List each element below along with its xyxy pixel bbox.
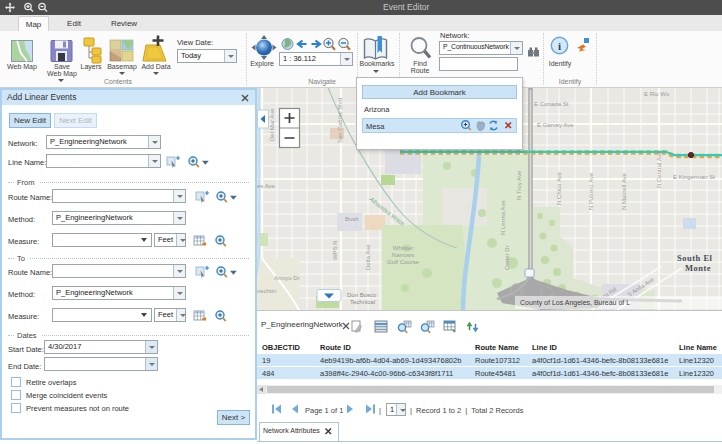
svg-text:Technical: Technical [350,299,375,305]
svg-text:Curter Dr: Curter Dr [504,245,510,270]
svg-text:N Chico Ave: N Chico Ave [556,171,562,205]
svg-text:nechtin: nechtin [257,288,276,294]
svg-text:Don Bosco: Don Bosco [347,292,377,298]
svg-text:Monte: Monte [685,263,711,273]
svg-text:County of Los Angeles, Bureau: County of Los Angeles, Bureau of L [520,299,630,307]
svg-text:N Potrero Ave: N Potrero Ave [588,172,594,210]
svg-text:E Kingerman St: E Kingerman St [673,174,715,180]
svg-text:N Marcell Ave: N Marcell Ave [621,172,627,210]
svg-text:South El: South El [677,253,713,263]
svg-text:Del Mar Ave: Del Mar Ave [269,108,275,141]
svg-text:Narrows: Narrows [392,252,414,258]
svg-text:Golf Course: Golf Course [387,259,420,265]
svg-text:Arroyo Dr: Arroyo Dr [274,275,300,281]
svg-text:E Rio Wo: E Rio Wo [644,91,670,97]
svg-text:Whittier: Whittier [393,245,413,251]
svg-text:Delta Ave: Delta Ave [365,244,371,270]
svg-text:i: i [558,40,561,52]
svg-text:San Gabriel Blvd: San Gabriel Blvd [337,98,343,143]
svg-text:E Garvey Ave: E Garvey Ave [537,122,574,128]
svg-text:N Troy Ave: N Troy Ave [516,170,522,200]
svg-text:Bush: Bush [345,216,359,222]
svg-text:WPS N: WPS N [332,240,338,260]
svg-text:N Central Ave: N Central Ave [656,150,662,188]
svg-text:es Ave: es Ave [257,183,276,189]
svg-text:N Lerma Ave: N Lerma Ave [500,200,506,235]
svg-text:E Cortada St: E Cortada St [534,101,569,107]
